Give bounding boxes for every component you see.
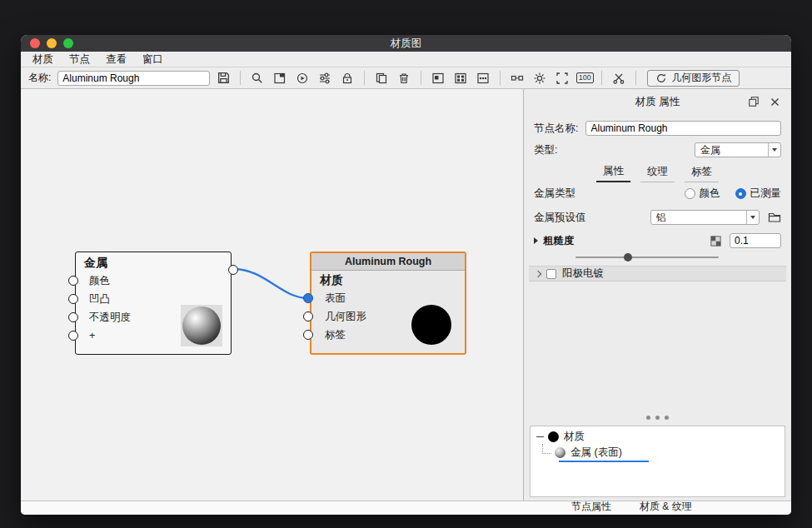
material-name-input[interactable] <box>57 71 210 86</box>
port-label: 颜色 <box>89 274 110 288</box>
close-panel-icon[interactable] <box>768 96 781 108</box>
add-utility-nodes-icon[interactable] <box>474 70 492 87</box>
label-input-port[interactable] <box>303 330 313 340</box>
folder-icon[interactable] <box>768 212 781 224</box>
radio-color-label: 颜色 <box>700 187 720 201</box>
material-node-subtitle: 材质 <box>311 271 465 289</box>
zoom-100-icon[interactable]: 100 <box>575 70 594 87</box>
port-row: 颜色 <box>76 271 231 290</box>
menubar: 材质 节点 查看 窗口 <box>21 52 791 67</box>
search-icon[interactable] <box>248 70 267 87</box>
separator <box>500 71 501 85</box>
opacity-input-port[interactable] <box>68 312 78 322</box>
tree-child-label: 金属 (表面) <box>570 446 622 460</box>
dropdown-arrow-icon <box>768 143 780 157</box>
undock-panel-icon[interactable] <box>747 96 760 108</box>
save-icon[interactable] <box>214 70 232 87</box>
metal-node[interactable]: 金属 颜色 凹凸 不透明度 + <box>75 252 232 355</box>
tab-properties[interactable]: 属性 <box>596 163 630 182</box>
separator <box>421 71 421 85</box>
port-label: 表面 <box>325 291 346 306</box>
copy-icon[interactable] <box>372 70 391 87</box>
separator <box>364 71 365 85</box>
add-input-port[interactable] <box>68 331 78 341</box>
bump-input-port[interactable] <box>68 294 78 304</box>
menu-material[interactable]: 材质 <box>32 52 53 67</box>
node-name-input[interactable] <box>585 121 781 136</box>
node-name-label: 节点名称: <box>534 122 578 136</box>
minimize-window-button[interactable] <box>47 38 57 48</box>
tab-node-properties[interactable]: 节点属性 <box>569 500 614 515</box>
name-label: 名称: <box>28 71 51 85</box>
type-row: 类型: 金属 <box>534 142 781 157</box>
port-label: + <box>89 330 95 341</box>
chevron-right-icon <box>535 270 541 276</box>
preview-panel-icon[interactable] <box>271 70 289 87</box>
separator <box>635 71 636 85</box>
link-nodes-icon[interactable] <box>508 70 526 87</box>
highlight-node-icon[interactable] <box>531 70 549 87</box>
tab-materials-textures[interactable]: 材质 & 纹理 <box>637 500 695 515</box>
roughness-slider[interactable] <box>575 253 719 262</box>
panel-title: 材质 属性 <box>534 95 781 109</box>
geometry-node-button-label: 几何图形节点 <box>671 71 731 85</box>
tree-branch-line <box>542 444 551 454</box>
material-properties-panel: 材质 属性 节点名称: 类型: 金属 <box>523 89 791 501</box>
delete-icon[interactable] <box>395 70 413 87</box>
color-input-port[interactable] <box>68 276 78 286</box>
radio-color[interactable]: 颜色 <box>685 187 720 201</box>
metal-preview-thumbnail <box>181 305 222 346</box>
port-label: 标签 <box>325 328 346 342</box>
render-preview-icon[interactable] <box>293 70 311 87</box>
collapse-arrow-icon[interactable] <box>534 237 538 244</box>
desktop: { "titlebar": { "title": "材质图" }, "menub… <box>0 0 812 528</box>
surface-input-port[interactable] <box>303 293 313 303</box>
traffic-lights <box>30 38 73 48</box>
anodized-section[interactable]: 阳极电镀 <box>529 266 786 281</box>
preset-dropdown[interactable]: 铝 <box>650 210 760 225</box>
settings-sliders-icon[interactable] <box>316 70 334 87</box>
tree-root-row[interactable]: 材质 <box>531 429 785 445</box>
roughness-row: 粗糙度 <box>534 233 781 248</box>
menu-window[interactable]: 窗口 <box>142 52 163 67</box>
tab-labels[interactable]: 标签 <box>685 164 719 182</box>
metal-node-title: 金属 <box>76 252 231 271</box>
zoom-window-button[interactable] <box>63 38 73 48</box>
dropdown-arrow-icon <box>746 211 759 224</box>
add-texture-nodes-icon[interactable] <box>451 70 470 87</box>
close-window-button[interactable] <box>30 38 40 48</box>
tab-textures[interactable]: 纹理 <box>640 164 675 182</box>
radio-color-icon <box>685 188 695 199</box>
type-label: 类型: <box>534 143 557 157</box>
window-title: 材质图 <box>21 37 791 51</box>
material-node-header: Aluminum Rough <box>311 253 465 271</box>
separator <box>240 71 241 85</box>
connection-wire[interactable] <box>234 269 307 298</box>
titlebar[interactable]: 材质图 <box>21 35 791 52</box>
zoom-fit-icon[interactable] <box>553 70 571 87</box>
geometry-input-port[interactable] <box>303 311 313 321</box>
node-graph-canvas[interactable]: 金属 颜色 凹凸 不透明度 + <box>21 89 523 501</box>
texture-map-icon[interactable] <box>710 235 722 247</box>
port-row: 表面 <box>311 289 465 307</box>
add-material-node-icon[interactable] <box>429 70 447 87</box>
tree-selection-underline <box>559 461 649 462</box>
lock-icon[interactable] <box>338 70 356 87</box>
material-graph-window: 材质图 材质 节点 查看 窗口 名称: <box>21 35 791 515</box>
anodized-checkbox[interactable] <box>546 269 556 279</box>
type-dropdown[interactable]: 金属 <box>695 142 781 157</box>
menu-node[interactable]: 节点 <box>69 52 90 67</box>
roughness-value-input[interactable] <box>730 233 781 248</box>
material-tree: 材质 金属 (表面) <box>530 426 785 497</box>
metal-output-port[interactable] <box>228 265 238 275</box>
preset-label: 金属预设值 <box>534 211 586 225</box>
tree-collapse-icon[interactable] <box>536 436 544 438</box>
tree-child-row[interactable]: 金属 (表面) <box>531 445 785 461</box>
cut-connection-icon[interactable] <box>610 70 628 87</box>
menu-view[interactable]: 查看 <box>106 52 127 67</box>
material-root-node[interactable]: Aluminum Rough 材质 表面 几何图形 标签 <box>310 252 466 355</box>
panel-splitter-handle[interactable] <box>524 416 791 420</box>
slider-knob[interactable] <box>624 253 632 262</box>
geometry-node-button[interactable]: 几何图形节点 <box>647 70 740 87</box>
radio-measured[interactable]: 已测量 <box>735 187 782 201</box>
